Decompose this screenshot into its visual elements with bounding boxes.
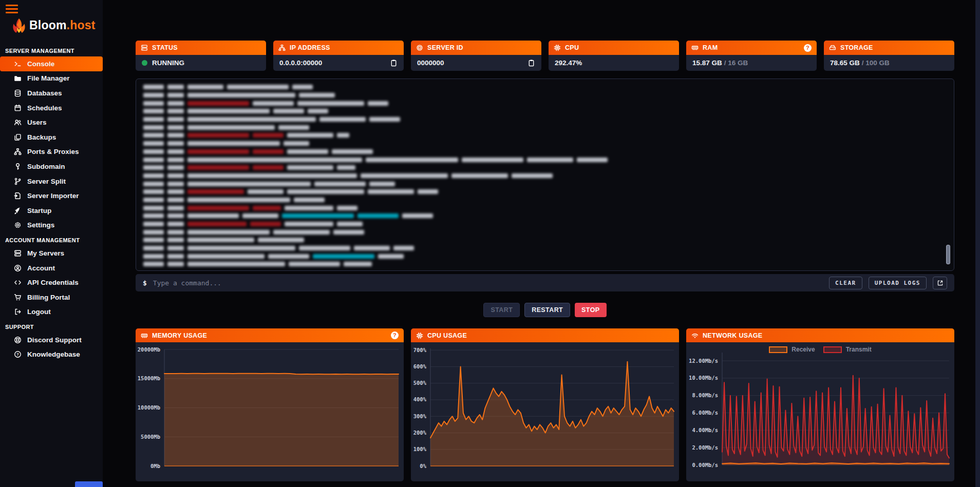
storage-card-value: 78.65 GB / 100 GB xyxy=(824,55,954,71)
console-line xyxy=(143,115,947,124)
sidebar-item-console[interactable]: Console xyxy=(0,56,103,71)
ip-card-value: 0.0.0.0:00000 xyxy=(273,55,404,71)
key-pin-icon xyxy=(13,163,22,170)
svg-text:0.00Mb/s: 0.00Mb/s xyxy=(692,462,718,468)
restart-button[interactable]: RESTART xyxy=(524,303,570,317)
cpu-usage-header: CPU USAGE xyxy=(411,328,679,342)
sidebar-item-account[interactable]: Account xyxy=(0,261,103,276)
page-scrollbar[interactable] xyxy=(975,0,980,487)
svg-text:5000Mb: 5000Mb xyxy=(141,434,160,440)
terminal-icon xyxy=(13,60,22,68)
svg-text:0%: 0% xyxy=(420,463,426,469)
logout-icon xyxy=(13,308,22,316)
svg-text:700%: 700% xyxy=(413,347,427,353)
console-line xyxy=(143,148,947,156)
cpu-card-header: CPU xyxy=(549,41,679,55)
network-usage-header: NETWORK USAGE xyxy=(686,328,954,342)
microchip-icon xyxy=(416,332,423,339)
sidebar-item-subdomain[interactable]: Subdomain xyxy=(0,159,103,174)
sidebar-item-settings[interactable]: Settings xyxy=(0,218,103,233)
console-line xyxy=(143,188,947,196)
brand-logo: Bloom.host xyxy=(11,16,96,34)
svg-text:0Mb: 0Mb xyxy=(150,463,160,469)
charts-row: MEMORY USAGE ? 20000Mb15000Mb10000Mb5000… xyxy=(136,328,954,481)
console-line xyxy=(143,220,947,228)
svg-text:6.00Mb/s: 6.00Mb/s xyxy=(692,410,718,416)
svg-text:20000Mb: 20000Mb xyxy=(138,346,160,353)
ram-card-header: RAM ? xyxy=(686,41,817,55)
sidebar-item-discord-support[interactable]: Discord Support xyxy=(0,333,103,347)
clear-console-button[interactable]: CLEAR xyxy=(829,277,862,289)
network-usage-chart-area: Receive Transmit 12.00Mb/s10.00Mb/s8.00M… xyxy=(686,342,954,481)
svg-text:2.00Mb/s: 2.00Mb/s xyxy=(692,444,718,451)
console-output[interactable] xyxy=(136,79,954,271)
hamburger-menu-icon[interactable] xyxy=(6,5,18,15)
server-id-card: SERVER ID 0000000 xyxy=(411,41,541,71)
sidebar-item-server-split[interactable]: Server Split xyxy=(0,174,103,189)
copy-server-id-button[interactable] xyxy=(527,59,535,67)
svg-text:12.00Mb/s: 12.00Mb/s xyxy=(689,358,718,364)
sidebar-item-schedules[interactable]: Schedules xyxy=(0,101,103,115)
copy-ip-button[interactable] xyxy=(390,59,398,67)
start-button[interactable]: START xyxy=(483,303,520,317)
stop-button[interactable]: STOP xyxy=(575,303,606,317)
expand-console-button[interactable] xyxy=(933,277,947,289)
external-link-icon xyxy=(937,280,944,286)
cpu-usage-chart-area: 700%600%500%400%300%200%100%0% xyxy=(411,342,679,481)
storage-card: STORAGE 78.65 GB / 100 GB xyxy=(824,41,954,71)
memory-icon xyxy=(141,332,148,339)
gear-icon xyxy=(13,221,22,229)
console-line xyxy=(143,91,947,100)
server-id-card-value: 0000000 xyxy=(411,55,541,71)
sidebar-item-ports-proxies[interactable]: Ports & Proxies xyxy=(0,145,103,160)
svg-text:400%: 400% xyxy=(413,396,427,402)
sidebar-item-my-servers[interactable]: My Servers xyxy=(0,246,103,261)
upload-logs-button[interactable]: UPLOAD LOGS xyxy=(869,277,927,289)
hdd-icon xyxy=(829,44,836,51)
console-scrollbar-thumb[interactable] xyxy=(946,245,950,264)
sidebar: Bloom.host SERVER MANAGEMENT Console Fil… xyxy=(0,0,103,487)
cart-icon xyxy=(13,294,22,301)
sidebar-item-startup[interactable]: Startup xyxy=(0,203,103,218)
sidebar-item-server-importer[interactable]: Server Importer xyxy=(0,188,103,203)
storage-card-header: STORAGE xyxy=(824,41,954,55)
bottom-blue-widget[interactable] xyxy=(75,481,103,487)
running-status-dot xyxy=(142,60,147,66)
receive-swatch xyxy=(769,346,787,353)
console-line xyxy=(143,107,947,115)
memory-usage-card: MEMORY USAGE ? 20000Mb15000Mb10000Mb5000… xyxy=(136,328,404,481)
sidebar-item-knowledgebase[interactable]: ? Knowledgebase xyxy=(0,347,103,362)
svg-text:100%: 100% xyxy=(413,446,427,452)
svg-text:500%: 500% xyxy=(413,380,427,386)
server-rack-icon xyxy=(141,44,148,51)
ip-address-card: IP ADDRESS 0.0.0.0:00000 xyxy=(273,41,404,71)
memory-icon xyxy=(691,44,699,51)
console-log-lines xyxy=(143,83,947,266)
memory-usage-chart-area: 20000Mb15000Mb10000Mb5000Mb0Mb xyxy=(136,342,404,481)
clipboard-icon xyxy=(527,59,535,67)
sidebar-item-billing-portal[interactable]: Billing Portal xyxy=(0,290,103,305)
ram-card-value: 15.87 GB / 16 GB xyxy=(686,55,817,71)
sidebar-item-logout[interactable]: Logout xyxy=(0,305,103,320)
life-ring-icon xyxy=(13,336,22,344)
svg-text:10.00Mb/s: 10.00Mb/s xyxy=(689,375,718,381)
svg-text:15000Mb: 15000Mb xyxy=(138,375,160,381)
command-bar: $ CLEAR UPLOAD LOGS xyxy=(136,274,954,291)
console-line xyxy=(143,164,947,172)
legend-receive: Receive xyxy=(769,346,815,353)
console-line xyxy=(143,180,947,188)
users-icon xyxy=(13,119,22,126)
command-input[interactable] xyxy=(153,279,823,287)
network-usage-chart: 12.00Mb/s10.00Mb/s8.00Mb/s6.00Mb/s4.00Mb… xyxy=(686,342,954,481)
sidebar-item-databases[interactable]: Databases xyxy=(0,86,103,101)
console-line xyxy=(143,140,947,148)
console-line xyxy=(143,212,947,220)
sidebar-item-backups[interactable]: Backups xyxy=(0,130,103,145)
server-id-card-header: SERVER ID xyxy=(411,41,541,55)
power-controls: START RESTART STOP xyxy=(136,303,954,317)
svg-text:8.00Mb/s: 8.00Mb/s xyxy=(692,392,718,398)
wifi-icon xyxy=(691,332,699,339)
sidebar-item-api-credentials[interactable]: API Credentials xyxy=(0,275,103,290)
sidebar-item-file-manager[interactable]: File Manager xyxy=(0,71,103,86)
sidebar-item-users[interactable]: Users xyxy=(0,115,103,130)
